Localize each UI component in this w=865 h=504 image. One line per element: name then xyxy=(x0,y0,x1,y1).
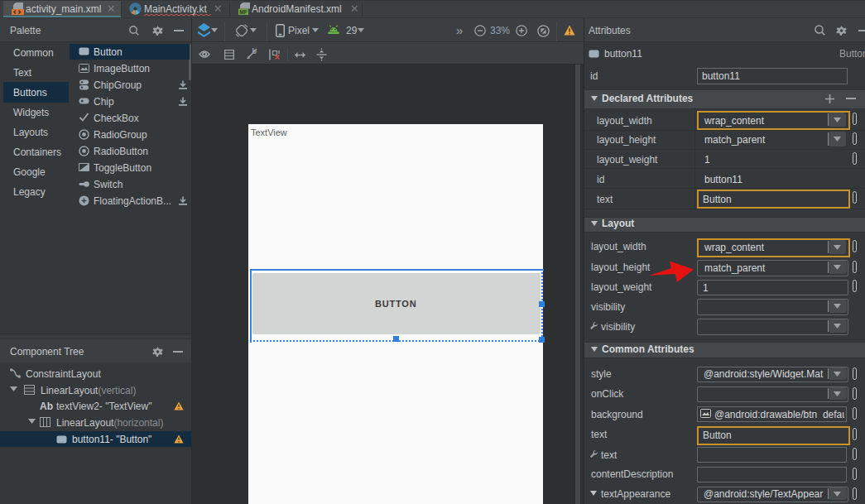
svg-text:MF: MF xyxy=(239,9,247,15)
